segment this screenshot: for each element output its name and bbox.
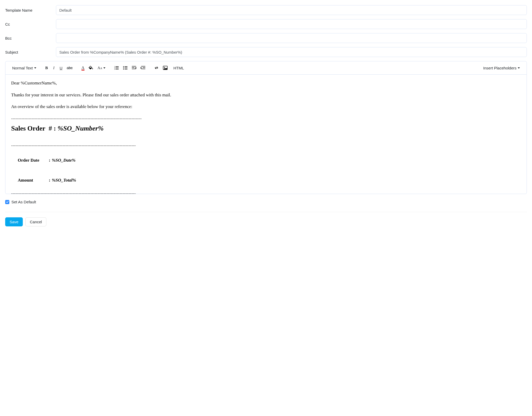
cancel-button[interactable]: Cancel xyxy=(25,217,46,226)
indent-button[interactable] xyxy=(139,64,147,72)
svg-rect-2 xyxy=(116,66,119,67)
svg-rect-10 xyxy=(125,68,127,68)
divider-dashes: ----------------------------------------… xyxy=(11,190,521,194)
chevron-down-icon xyxy=(103,67,105,69)
amount-row: Amount:%SO_Total% xyxy=(11,170,521,190)
body-overview: An overview of the sales order is availa… xyxy=(11,103,521,110)
cc-input[interactable] xyxy=(56,19,527,29)
insert-placeholders-label: Insert Placeholders xyxy=(483,66,516,70)
paint-bucket-icon xyxy=(89,66,93,70)
template-name-input[interactable] xyxy=(56,5,527,15)
strikethrough-button[interactable]: abc xyxy=(65,64,75,72)
underline-button[interactable]: U xyxy=(57,64,65,72)
indent-icon xyxy=(141,66,145,70)
amount-value: %SO_Total% xyxy=(50,178,76,183)
svg-rect-6 xyxy=(116,69,119,69)
body-intro: Thanks for your interest in our services… xyxy=(11,92,521,98)
outdent-icon xyxy=(132,66,136,70)
image-button[interactable] xyxy=(161,64,170,72)
svg-rect-17 xyxy=(143,67,145,68)
amount-label: Amount xyxy=(18,177,49,184)
ordered-list-icon: 123 xyxy=(114,66,119,70)
unordered-list-icon xyxy=(123,66,128,70)
cc-label: Cc xyxy=(5,22,56,26)
divider-dashes: ----------------------------------------… xyxy=(11,115,521,122)
chevron-down-icon xyxy=(34,67,36,69)
svg-rect-13 xyxy=(132,66,136,67)
editor-content[interactable]: Dear %CustomerName%, Thanks for your int… xyxy=(5,75,527,194)
italic-button[interactable]: I xyxy=(50,64,57,72)
svg-rect-14 xyxy=(132,67,134,68)
svg-point-11 xyxy=(123,69,124,69)
svg-point-9 xyxy=(123,67,124,68)
set-as-default-label: Set As Default xyxy=(11,200,36,204)
order-date-value: %SO_Date% xyxy=(50,158,76,163)
template-name-label: Template Name xyxy=(5,8,56,12)
insert-placeholders-dropdown[interactable]: Insert Placeholders xyxy=(481,64,522,72)
svg-point-20 xyxy=(164,67,165,68)
svg-rect-18 xyxy=(141,69,145,69)
font-size-button[interactable]: AA xyxy=(95,64,107,72)
bcc-input[interactable] xyxy=(56,33,527,43)
editor-toolbar: Normal Text B I U abc A AA 123 xyxy=(5,61,527,75)
font-color-icon: A xyxy=(82,66,85,70)
subject-input[interactable] xyxy=(56,47,527,57)
outdent-button[interactable] xyxy=(130,64,139,72)
svg-rect-16 xyxy=(141,66,145,67)
save-button[interactable]: Save xyxy=(5,217,23,226)
divider-dashes: ----------------------------------------… xyxy=(11,142,521,149)
svg-rect-15 xyxy=(132,69,136,69)
unordered-list-button[interactable] xyxy=(121,64,130,72)
link-button[interactable] xyxy=(152,64,161,72)
svg-point-7 xyxy=(123,66,124,67)
paragraph-style-dropdown[interactable]: Normal Text xyxy=(10,64,38,72)
subject-label: Subject xyxy=(5,50,56,54)
ordered-list-button[interactable]: 123 xyxy=(112,64,121,72)
rich-text-editor: Normal Text B I U abc A AA 123 xyxy=(5,61,527,194)
background-color-button[interactable] xyxy=(87,64,95,72)
svg-rect-4 xyxy=(116,68,119,68)
bold-button[interactable]: B xyxy=(43,64,50,72)
svg-point-0 xyxy=(92,68,93,69)
chevron-down-icon xyxy=(518,67,520,69)
svg-text:3: 3 xyxy=(114,68,115,70)
link-icon xyxy=(154,66,159,70)
paragraph-style-label: Normal Text xyxy=(12,66,33,70)
footer-actions: Save Cancel xyxy=(5,212,527,226)
order-date-label: Order Date xyxy=(18,157,49,164)
bcc-label: Bcc xyxy=(5,36,56,40)
body-greeting: Dear %CustomerName%, xyxy=(11,80,521,87)
image-icon xyxy=(163,66,168,70)
order-date-row: Order Date:%SO_Date% xyxy=(11,150,521,170)
set-as-default-checkbox[interactable] xyxy=(5,200,9,204)
body-heading: Sales Order # : Sales Order # : %SO_Numb… xyxy=(11,123,521,133)
svg-rect-8 xyxy=(125,66,127,67)
font-size-icon: AA xyxy=(97,66,102,70)
font-color-button[interactable]: A xyxy=(79,64,87,72)
check-icon xyxy=(6,200,9,203)
html-source-button[interactable]: HTML xyxy=(170,64,188,72)
svg-rect-12 xyxy=(125,69,127,69)
